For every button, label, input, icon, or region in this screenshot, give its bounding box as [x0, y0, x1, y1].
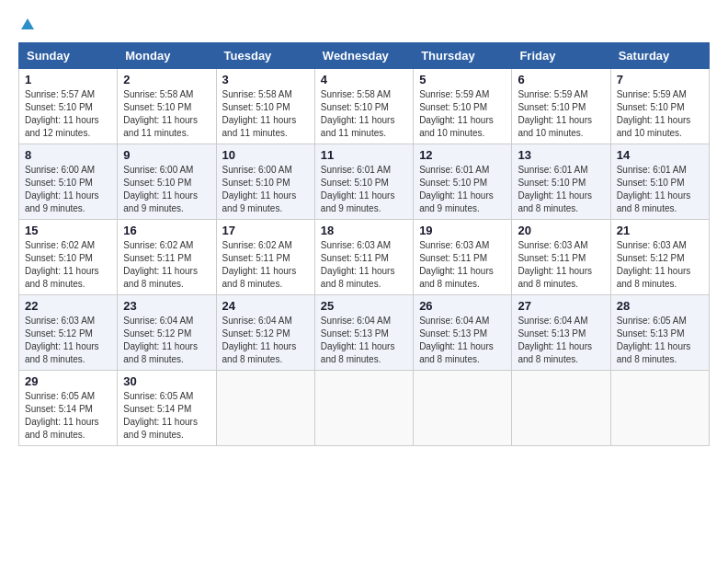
daylight-text: Daylight: 11 hours and 8 minutes.	[518, 190, 592, 213]
sunset-text: Sunset: 5:10 PM	[25, 102, 93, 112]
daylight-text: Daylight: 11 hours and 8 minutes.	[123, 266, 198, 289]
sunset-text: Sunset: 5:11 PM	[419, 253, 487, 263]
sunrise-text: Sunrise: 5:59 AM	[419, 89, 489, 99]
day-info: Sunrise: 6:02 AM Sunset: 5:10 PM Dayligh…	[25, 239, 111, 291]
daylight-text: Daylight: 11 hours and 8 minutes.	[617, 341, 691, 364]
calendar-day-cell: 21 Sunrise: 6:03 AM Sunset: 5:12 PM Dayl…	[610, 220, 709, 295]
daylight-text: Daylight: 11 hours and 10 minutes.	[419, 115, 494, 138]
calendar-day-cell: 25 Sunrise: 6:04 AM Sunset: 5:13 PM Dayl…	[314, 295, 413, 371]
calendar-day-cell: 11 Sunrise: 6:01 AM Sunset: 5:10 PM Dayl…	[314, 144, 413, 220]
sunset-text: Sunset: 5:10 PM	[222, 178, 290, 188]
calendar-day-cell: 20 Sunrise: 6:03 AM Sunset: 5:11 PM Dayl…	[512, 220, 610, 295]
sunset-text: Sunset: 5:10 PM	[123, 178, 191, 188]
day-info: Sunrise: 6:05 AM Sunset: 5:14 PM Dayligh…	[25, 390, 111, 442]
day-info: Sunrise: 6:04 AM Sunset: 5:12 PM Dayligh…	[222, 315, 309, 366]
sunset-text: Sunset: 5:10 PM	[518, 178, 586, 188]
weekday-header: Thursday	[414, 43, 512, 69]
sunrise-text: Sunrise: 6:05 AM	[25, 391, 95, 401]
sunrise-text: Sunrise: 5:58 AM	[123, 89, 193, 99]
sunset-text: Sunset: 5:10 PM	[419, 178, 487, 188]
sunrise-text: Sunrise: 6:01 AM	[419, 165, 489, 175]
day-info: Sunrise: 5:58 AM Sunset: 5:10 PM Dayligh…	[222, 88, 309, 140]
daylight-text: Daylight: 11 hours and 8 minutes.	[419, 266, 494, 289]
sunrise-text: Sunrise: 6:04 AM	[419, 316, 489, 326]
day-number: 1	[25, 73, 111, 86]
sunset-text: Sunset: 5:13 PM	[321, 328, 389, 339]
day-number: 18	[321, 224, 407, 237]
daylight-text: Daylight: 11 hours and 9 minutes.	[123, 190, 198, 213]
day-number: 27	[518, 299, 604, 313]
calendar-week-row: 29 Sunrise: 6:05 AM Sunset: 5:14 PM Dayl…	[19, 371, 710, 446]
calendar-day-cell: 19 Sunrise: 6:03 AM Sunset: 5:11 PM Dayl…	[414, 220, 512, 295]
sunset-text: Sunset: 5:12 PM	[123, 328, 191, 339]
calendar-day-cell: 24 Sunrise: 6:04 AM Sunset: 5:12 PM Dayl…	[216, 295, 314, 371]
calendar-day-cell: 6 Sunrise: 5:59 AM Sunset: 5:10 PM Dayli…	[512, 69, 610, 144]
day-number: 12	[419, 148, 506, 162]
logo-icon	[21, 18, 34, 29]
daylight-text: Daylight: 11 hours and 8 minutes.	[222, 341, 297, 364]
daylight-text: Daylight: 11 hours and 11 minutes.	[222, 115, 297, 138]
calendar-day-cell: 27 Sunrise: 6:04 AM Sunset: 5:13 PM Dayl…	[512, 295, 610, 371]
day-number: 25	[321, 299, 407, 313]
sunrise-text: Sunrise: 6:00 AM	[25, 165, 95, 175]
daylight-text: Daylight: 11 hours and 8 minutes.	[617, 266, 691, 289]
day-info: Sunrise: 6:01 AM Sunset: 5:10 PM Dayligh…	[518, 164, 604, 215]
day-number: 23	[123, 299, 210, 313]
day-info: Sunrise: 6:02 AM Sunset: 5:11 PM Dayligh…	[222, 239, 309, 291]
day-number: 16	[123, 224, 210, 237]
day-number: 14	[617, 148, 703, 162]
day-number: 2	[123, 73, 210, 86]
sunset-text: Sunset: 5:14 PM	[25, 404, 93, 414]
calendar-table: SundayMondayTuesdayWednesdayThursdayFrid…	[18, 42, 710, 446]
day-info: Sunrise: 6:00 AM Sunset: 5:10 PM Dayligh…	[25, 164, 111, 215]
calendar-week-row: 1 Sunrise: 5:57 AM Sunset: 5:10 PM Dayli…	[19, 69, 710, 144]
calendar-week-row: 8 Sunrise: 6:00 AM Sunset: 5:10 PM Dayli…	[19, 144, 710, 220]
calendar-day-cell: 9 Sunrise: 6:00 AM Sunset: 5:10 PM Dayli…	[118, 144, 216, 220]
day-number: 17	[222, 224, 309, 237]
day-number: 26	[419, 299, 506, 313]
daylight-text: Daylight: 11 hours and 10 minutes.	[617, 115, 691, 138]
day-number: 13	[518, 148, 604, 162]
calendar-day-cell: 23 Sunrise: 6:04 AM Sunset: 5:12 PM Dayl…	[118, 295, 216, 371]
daylight-text: Daylight: 11 hours and 9 minutes.	[123, 417, 198, 440]
sunset-text: Sunset: 5:10 PM	[123, 102, 191, 112]
sunset-text: Sunset: 5:11 PM	[518, 253, 586, 263]
calendar-day-cell	[610, 371, 709, 446]
sunset-text: Sunset: 5:13 PM	[419, 328, 487, 339]
calendar-day-cell: 3 Sunrise: 5:58 AM Sunset: 5:10 PM Dayli…	[216, 69, 314, 144]
sunset-text: Sunset: 5:12 PM	[617, 253, 685, 263]
sunset-text: Sunset: 5:10 PM	[617, 102, 685, 112]
daylight-text: Daylight: 11 hours and 8 minutes.	[518, 341, 592, 364]
day-number: 15	[25, 224, 111, 237]
sunrise-text: Sunrise: 6:00 AM	[222, 165, 292, 175]
weekday-header: Saturday	[610, 43, 709, 69]
calendar-day-cell: 13 Sunrise: 6:01 AM Sunset: 5:10 PM Dayl…	[512, 144, 610, 220]
day-info: Sunrise: 6:03 AM Sunset: 5:11 PM Dayligh…	[321, 239, 407, 291]
sunrise-text: Sunrise: 5:57 AM	[25, 89, 95, 99]
sunrise-text: Sunrise: 6:03 AM	[321, 240, 391, 250]
calendar-header-row: SundayMondayTuesdayWednesdayThursdayFrid…	[19, 43, 710, 69]
sunrise-text: Sunrise: 6:02 AM	[222, 240, 292, 250]
calendar-day-cell: 15 Sunrise: 6:02 AM Sunset: 5:10 PM Dayl…	[19, 220, 118, 295]
calendar-day-cell: 14 Sunrise: 6:01 AM Sunset: 5:10 PM Dayl…	[610, 144, 709, 220]
daylight-text: Daylight: 11 hours and 8 minutes.	[518, 266, 592, 289]
sunrise-text: Sunrise: 6:02 AM	[123, 240, 193, 250]
daylight-text: Daylight: 11 hours and 8 minutes.	[617, 190, 691, 213]
day-info: Sunrise: 6:01 AM Sunset: 5:10 PM Dayligh…	[321, 164, 407, 215]
day-info: Sunrise: 6:03 AM Sunset: 5:12 PM Dayligh…	[25, 315, 111, 366]
calendar-day-cell: 4 Sunrise: 5:58 AM Sunset: 5:10 PM Dayli…	[314, 69, 413, 144]
day-number: 4	[321, 73, 407, 86]
weekday-header: Wednesday	[314, 43, 413, 69]
logo	[18, 18, 34, 33]
weekday-header: Tuesday	[216, 43, 314, 69]
calendar-day-cell: 18 Sunrise: 6:03 AM Sunset: 5:11 PM Dayl…	[314, 220, 413, 295]
calendar-day-cell	[216, 371, 314, 446]
day-info: Sunrise: 5:59 AM Sunset: 5:10 PM Dayligh…	[419, 88, 506, 140]
sunset-text: Sunset: 5:10 PM	[25, 253, 93, 263]
sunrise-text: Sunrise: 6:04 AM	[222, 316, 292, 326]
daylight-text: Daylight: 11 hours and 8 minutes.	[123, 341, 198, 364]
calendar-day-cell: 26 Sunrise: 6:04 AM Sunset: 5:13 PM Dayl…	[414, 295, 512, 371]
day-info: Sunrise: 5:58 AM Sunset: 5:10 PM Dayligh…	[321, 88, 407, 140]
sunset-text: Sunset: 5:10 PM	[222, 102, 290, 112]
day-info: Sunrise: 6:01 AM Sunset: 5:10 PM Dayligh…	[419, 164, 506, 215]
